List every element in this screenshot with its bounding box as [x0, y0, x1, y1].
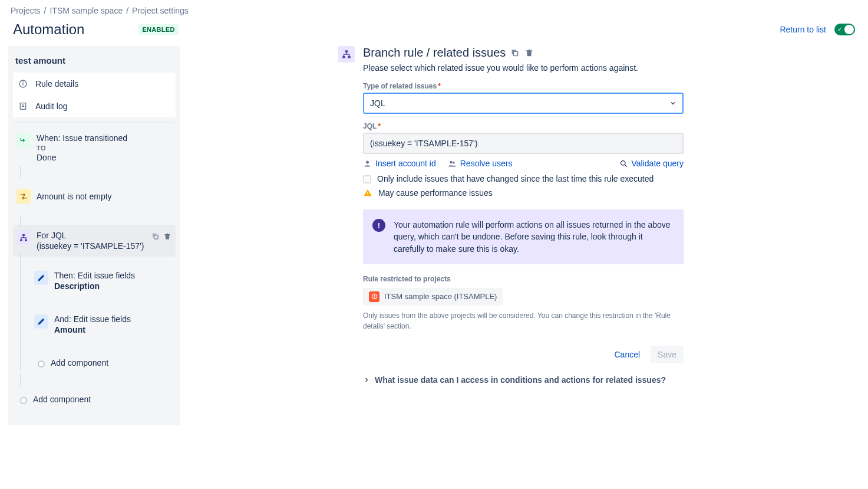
circle-icon — [20, 397, 27, 404]
svg-rect-9 — [154, 235, 158, 239]
action-edit-description[interactable]: Then: Edit issue fields Description — [31, 260, 176, 297]
only-changed-checkbox[interactable] — [363, 175, 371, 183]
rule-details-label: Rule details — [35, 79, 78, 88]
project-icon — [369, 291, 379, 302]
copy-icon[interactable] — [510, 48, 520, 58]
jql-input[interactable] — [370, 139, 676, 148]
list-icon — [18, 101, 28, 111]
condition-icon — [16, 189, 31, 204]
svg-rect-19 — [367, 192, 368, 193]
action2-field: Amount — [54, 325, 172, 334]
detail-description: Please select which related issue you wo… — [363, 63, 705, 73]
condition-title: Amount is not empty — [37, 192, 172, 201]
rule-name: test amount — [8, 46, 180, 73]
condition-card[interactable]: Amount is not empty — [13, 175, 176, 218]
detail-panel: Branch rule / related issues Please sele… — [192, 46, 705, 388]
restricted-label: Rule restricted to projects — [363, 275, 684, 283]
project-chip-label: ITSM sample space (ITSAMPLE) — [384, 292, 497, 301]
perf-warning-text: May cause performance issues — [378, 188, 493, 198]
breadcrumb-projects[interactable]: Projects — [11, 6, 41, 15]
add-component-outer-label: Add component — [33, 395, 172, 404]
add-component-inner[interactable]: Add component — [31, 347, 176, 373]
detail-title: Branch rule / related issues — [363, 46, 506, 60]
info-text: Your automation rule will perform action… — [394, 219, 674, 255]
users-icon — [448, 159, 457, 168]
user-icon — [363, 159, 372, 168]
svg-rect-12 — [348, 56, 351, 58]
trash-icon[interactable] — [524, 48, 534, 58]
trigger-value: Done — [37, 153, 172, 162]
add-component-outer[interactable]: Add component — [13, 384, 176, 410]
rule-enabled-toggle[interactable]: ✓ — [834, 24, 855, 35]
check-icon: ✓ — [837, 26, 842, 33]
action1-field: Description — [54, 281, 172, 291]
breadcrumb-sep: / — [44, 6, 47, 15]
type-value: JQL — [370, 99, 385, 108]
info-icon — [18, 78, 28, 89]
svg-point-15 — [450, 160, 452, 163]
trigger-title: When: Issue transitioned — [37, 133, 172, 143]
svg-rect-10 — [345, 50, 348, 52]
info-panel: ! Your automation rule will perform acti… — [363, 209, 684, 264]
jql-input-wrapper[interactable] — [363, 133, 684, 154]
breadcrumb-settings[interactable]: Project settings — [132, 6, 189, 15]
svg-rect-13 — [514, 51, 518, 55]
audit-log-label: Audit log — [35, 101, 67, 111]
insert-account-link[interactable]: Insert account id — [363, 159, 436, 168]
transition-icon — [16, 133, 31, 147]
action1-title: Then: Edit issue fields — [54, 271, 172, 280]
project-chip: ITSM sample space (ITSAMPLE) — [363, 288, 503, 306]
type-label: Type of related issues* — [363, 82, 684, 90]
only-changed-label: Only include issues that have changed si… — [377, 174, 654, 183]
svg-rect-8 — [25, 239, 27, 241]
return-to-list-link[interactable]: Return to list — [780, 25, 826, 34]
rule-sidebar: test amount Rule details Audit log — [8, 46, 180, 425]
info-icon: ! — [372, 219, 385, 232]
copy-icon[interactable] — [151, 232, 160, 241]
svg-rect-20 — [367, 195, 368, 195]
svg-point-16 — [453, 161, 455, 163]
trigger-card[interactable]: When: Issue transitioned TO Done — [13, 127, 176, 168]
svg-point-17 — [621, 160, 625, 165]
audit-log-link[interactable]: Audit log — [13, 95, 176, 117]
branch-title: For JQL — [37, 231, 145, 240]
svg-point-2 — [23, 82, 24, 83]
expand-help[interactable]: What issue data can I access in conditio… — [363, 375, 684, 385]
warning-icon — [363, 188, 372, 198]
branch-icon — [338, 46, 355, 63]
rule-details-link[interactable]: Rule details — [13, 73, 176, 95]
branch-card[interactable]: For JQL (issuekey = 'ITSAMPLE-157') — [13, 225, 176, 257]
action2-title: And: Edit issue fields — [54, 314, 172, 324]
trash-icon[interactable] — [163, 232, 172, 241]
trigger-sub: TO — [37, 145, 172, 152]
cancel-button[interactable]: Cancel — [607, 346, 647, 363]
svg-rect-6 — [22, 234, 25, 236]
branch-value: (issuekey = 'ITSAMPLE-157') — [37, 241, 145, 251]
expand-help-label: What issue data can I access in conditio… — [375, 375, 666, 385]
resolve-users-link[interactable]: Resolve users — [448, 159, 513, 168]
svg-rect-11 — [342, 56, 345, 58]
type-select[interactable]: JQL — [363, 93, 684, 114]
chevron-down-icon — [669, 100, 676, 107]
pencil-icon — [34, 271, 48, 285]
status-badge: ENABLED — [138, 24, 178, 35]
action-edit-amount[interactable]: And: Edit issue fields Amount — [31, 304, 176, 340]
svg-point-14 — [366, 160, 369, 163]
add-component-inner-label: Add component — [51, 358, 172, 367]
branch-icon — [16, 231, 31, 245]
svg-line-18 — [625, 165, 626, 166]
breadcrumb-space[interactable]: ITSM sample space — [49, 6, 123, 15]
jql-label: JQL* — [363, 122, 684, 130]
pencil-icon — [34, 314, 48, 329]
circle-icon — [38, 360, 45, 367]
svg-rect-7 — [20, 239, 22, 241]
chevron-right-icon — [363, 376, 370, 383]
validate-query-link[interactable]: Validate query — [619, 159, 684, 168]
search-icon — [619, 159, 628, 168]
breadcrumb: Projects / ITSM sample space / Project s… — [8, 6, 860, 15]
restricted-helper: Only issues from the above projects will… — [363, 310, 684, 332]
save-button: Save — [651, 346, 684, 363]
breadcrumb-sep: / — [126, 6, 128, 15]
page-title: Automation — [13, 21, 84, 38]
page-header: Automation ENABLED Return to list ✓ — [8, 21, 860, 38]
